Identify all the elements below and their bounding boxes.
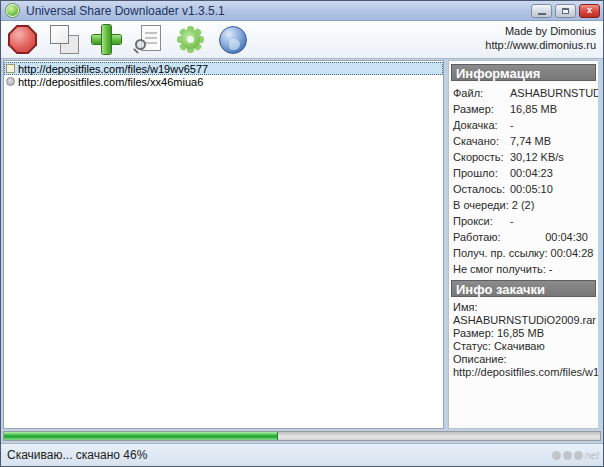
- info-row: Работаю:00:04:30: [453, 229, 598, 245]
- credits-url: http://www.dimonius.ru: [485, 38, 596, 52]
- info-row: Не смог получить:-: [453, 261, 598, 277]
- main-area: http://depositfiles.com/files/w19wv6577 …: [1, 60, 604, 429]
- download-queued-icon: [6, 77, 15, 86]
- download-active-icon: [6, 64, 15, 73]
- info-row: В очереди:2 (2): [453, 197, 598, 213]
- info-section-header: Информация: [451, 64, 596, 81]
- info-row: Осталось:00:05:10: [453, 181, 598, 197]
- download-info-line: Имя:: [453, 301, 598, 314]
- info-row: Получ. пр. ссылку:00:04:28: [453, 245, 598, 261]
- stop-icon: [8, 25, 37, 54]
- list-item[interactable]: http://depositfiles.com/files/xx46miua6: [4, 75, 443, 88]
- maximize-button[interactable]: [555, 4, 576, 18]
- credits-author: Made by Dimonius: [485, 24, 596, 38]
- plus-icon: [92, 25, 121, 54]
- toolbar: Made by Dimonius http://www.dimonius.ru: [1, 21, 603, 59]
- download-info-line: http://depositfiles.com/files/w19w: [453, 366, 598, 379]
- info-row: Скорость:30,12 KB/s: [453, 149, 598, 165]
- progress-row: [1, 429, 604, 443]
- close-button[interactable]: x: [579, 4, 600, 18]
- download-url: http://depositfiles.com/files/w19wv6577: [18, 63, 208, 75]
- download-info-line: Размер: 16,85 MB: [453, 327, 598, 340]
- status-bar: Скачиваю... скачано 46% net: [1, 443, 604, 466]
- list-item[interactable]: http://depositfiles.com/files/w19wv6577: [4, 62, 443, 75]
- stop-button[interactable]: [7, 24, 38, 55]
- gear-icon: [176, 25, 205, 54]
- info-panel: Информация Файл:ASHABURNSTUDiO2 Размер:1…: [448, 60, 598, 429]
- info-row: Файл:ASHABURNSTUDiO2: [453, 85, 598, 101]
- progress-fill: [4, 432, 278, 440]
- add-url-button[interactable]: [91, 24, 122, 55]
- app-window: Universal Share Downloader v1.3.5.1 x Ma…: [0, 0, 604, 467]
- app-icon: [6, 4, 19, 17]
- status-text: Скачиваю... скачано 46%: [7, 448, 147, 462]
- info-row: Прошло:00:04:23: [453, 165, 598, 181]
- download-info-line: Описание:: [453, 353, 598, 366]
- window-title: Universal Share Downloader v1.3.5.1: [26, 4, 531, 18]
- info-rows: Файл:ASHABURNSTUDiO2 Размер:16,85 MB Док…: [449, 84, 598, 277]
- maximize-icon: [562, 8, 569, 14]
- info-row: Прокси:-: [453, 213, 598, 229]
- info-row: Скачано:7,74 MB: [453, 133, 598, 149]
- info-row: Докачка:-: [453, 117, 598, 133]
- minimize-icon: [538, 13, 546, 15]
- settings-button[interactable]: [175, 24, 206, 55]
- watermark: net: [552, 450, 599, 461]
- credits: Made by Dimonius http://www.dimonius.ru: [485, 24, 596, 52]
- download-info-lines: Имя: ASHABURNSTUDiO2009.rar Размер: 16,8…: [449, 300, 598, 379]
- website-button[interactable]: [217, 24, 248, 55]
- download-info-header: Инфо закачки: [451, 280, 596, 297]
- globe-icon: [219, 26, 247, 54]
- download-url: http://depositfiles.com/files/xx46miua6: [18, 76, 203, 88]
- progress-bar: [3, 431, 601, 441]
- download-info-line: ASHABURNSTUDiO2009.rar: [453, 314, 598, 327]
- copy-icon: [50, 25, 79, 54]
- download-list[interactable]: http://depositfiles.com/files/w19wv6577 …: [3, 60, 444, 429]
- titlebar[interactable]: Universal Share Downloader v1.3.5.1 x: [1, 1, 603, 21]
- minimize-button[interactable]: [531, 4, 552, 18]
- check-log-button[interactable]: [133, 24, 164, 55]
- copy-button[interactable]: [49, 24, 80, 55]
- info-row: Размер:16,85 MB: [453, 101, 598, 117]
- document-search-icon: [134, 25, 163, 54]
- download-info-line: Статус: Скачиваю: [453, 340, 598, 353]
